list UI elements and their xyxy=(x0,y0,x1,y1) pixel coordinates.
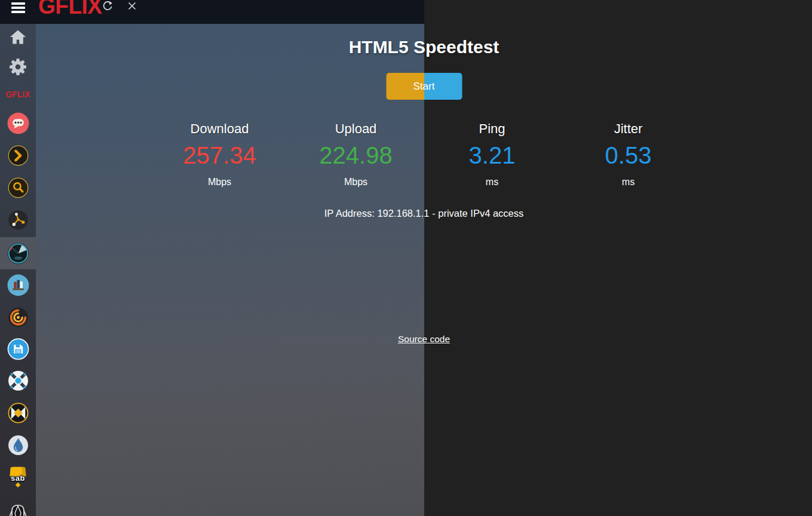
floppy-disk-icon xyxy=(7,338,29,360)
sidebar-item-jackett[interactable] xyxy=(0,493,36,516)
grafana-icon xyxy=(8,307,29,328)
metric-unit: ms xyxy=(424,176,560,188)
sabnzbd-logo-text: sab xyxy=(6,474,30,483)
metric-ping: Ping 3.21 ms xyxy=(424,121,560,188)
source-code-link[interactable]: Source code xyxy=(398,334,450,344)
gflix-logo[interactable]: GFLIX xyxy=(38,0,102,20)
metric-upload: Upload 224.98 Mbps xyxy=(288,121,424,188)
magnifier-app-icon xyxy=(8,177,29,198)
sidebar-item-chat[interactable] xyxy=(0,107,36,139)
jacket-icon xyxy=(7,493,29,516)
sidebar-item-home[interactable] xyxy=(0,21,36,53)
sidebar-item-backup[interactable] xyxy=(0,333,36,365)
speedtest-panel: HTML5 Speedtest Start Download 257.34 Mb… xyxy=(36,24,812,516)
sidebar-item-node-blue[interactable] xyxy=(0,364,36,397)
sidebar-item-gflix[interactable]: GFLIX xyxy=(0,78,36,110)
sidebar-item-tautulli[interactable] xyxy=(0,204,36,236)
metric-label: Ping xyxy=(424,121,560,137)
books-icon xyxy=(7,274,29,296)
sabnzbd-icon: sab xyxy=(6,465,30,489)
metric-value: 257.34 xyxy=(152,142,288,169)
gflix-tab-label: GFLIX xyxy=(5,90,30,100)
page-title: HTML5 Speedtest xyxy=(36,37,812,57)
close-icon[interactable] xyxy=(127,1,137,11)
metric-value: 224.98 xyxy=(288,142,424,169)
sidebar-item-search-app[interactable] xyxy=(0,171,36,204)
blue-core-app-icon xyxy=(8,370,29,391)
metric-label: Upload xyxy=(288,121,424,137)
water-drop-icon xyxy=(8,435,29,456)
plex-icon xyxy=(8,145,29,166)
sidebar-item-deluge[interactable] xyxy=(0,429,36,461)
metric-value: 3.21 xyxy=(424,142,560,169)
metric-label: Jitter xyxy=(560,121,697,137)
sidebar-item-plex[interactable] xyxy=(0,139,36,171)
metric-unit: Mbps xyxy=(288,176,424,188)
sidebar-item-sabnzbd[interactable]: sab xyxy=(0,461,36,493)
tautulli-icon xyxy=(8,210,29,231)
sidebar-item-library[interactable] xyxy=(0,269,36,301)
chat-bubble-icon xyxy=(7,112,29,134)
ip-address-line: IP Address: 192.168.1.1 - private IPv4 a… xyxy=(36,208,812,219)
source-code-row: Source code xyxy=(36,334,812,345)
hamburger-menu-icon[interactable] xyxy=(11,2,25,13)
topbar: GFLIX xyxy=(0,0,424,24)
start-button[interactable]: Start xyxy=(386,73,462,100)
metrics-row: Download 257.34 Mbps Upload 224.98 Mbps … xyxy=(152,121,697,188)
metric-download: Download 257.34 Mbps xyxy=(152,121,288,188)
sidebar: GFLIX xyxy=(0,24,36,516)
metric-value: 0.53 xyxy=(560,142,697,169)
sidebar-item-grafana[interactable] xyxy=(0,301,36,333)
metric-jitter: Jitter 0.53 ms xyxy=(560,121,697,188)
speedtest-gauge-icon xyxy=(7,242,29,265)
metric-label: Download xyxy=(152,121,288,137)
home-icon xyxy=(9,29,27,45)
metric-unit: ms xyxy=(560,176,697,188)
gear-icon xyxy=(9,58,27,76)
sidebar-item-node-gold[interactable] xyxy=(0,397,36,429)
metric-unit: Mbps xyxy=(152,176,288,188)
gold-core-app-icon xyxy=(8,403,29,423)
refresh-icon[interactable] xyxy=(102,1,113,11)
sidebar-item-speedtest[interactable] xyxy=(0,237,36,269)
